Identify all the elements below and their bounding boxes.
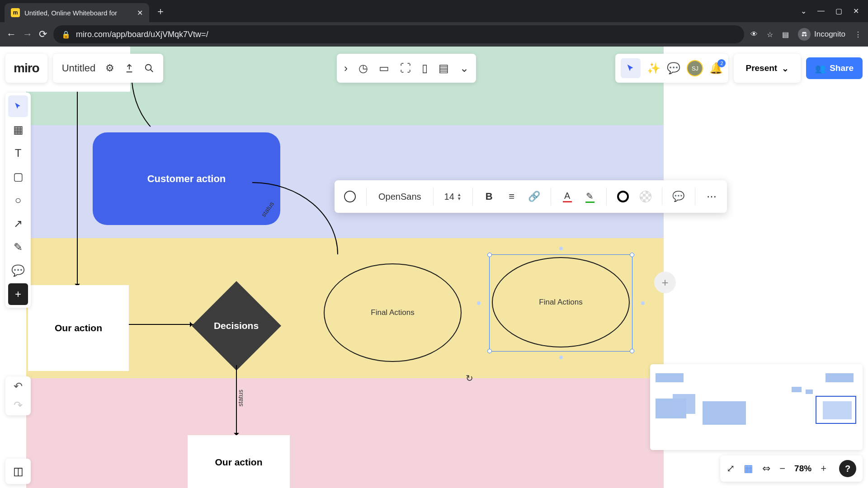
tab-title: Untitled, Online Whiteboard for <box>24 9 132 17</box>
connector-arrow[interactable] <box>77 92 78 288</box>
undo-icon[interactable]: ↶ <box>14 380 23 393</box>
incognito-label: Incognito <box>814 30 845 39</box>
minimize-icon[interactable]: ― <box>817 7 825 15</box>
maximize-icon[interactable]: ▢ <box>835 7 842 15</box>
voting-icon[interactable]: ▯ <box>422 62 428 75</box>
present-dropdown[interactable]: Present ⌄ <box>734 54 801 83</box>
highlight-button[interactable]: ✎ <box>581 187 599 206</box>
edge-handle[interactable] <box>477 301 481 305</box>
comment-icon[interactable]: 💬 <box>667 62 680 75</box>
edge-handle[interactable] <box>559 247 563 250</box>
close-window-icon[interactable]: ✕ <box>853 7 859 15</box>
select-tool[interactable] <box>8 95 28 117</box>
fit-icon[interactable]: ⇔ <box>762 463 770 474</box>
present-label: Present <box>745 63 777 73</box>
font-size-value: 14 <box>444 192 454 202</box>
templates-tool[interactable]: ▦ <box>8 119 28 141</box>
board-title[interactable]: Untitled <box>62 62 96 74</box>
swimlane[interactable] <box>26 378 664 488</box>
rotate-handle-icon[interactable]: ↻ <box>466 373 473 384</box>
minimap[interactable] <box>650 364 863 450</box>
connector-tool[interactable]: ↗ <box>8 213 28 235</box>
timer-icon[interactable]: ◷ <box>359 62 368 75</box>
browser-tab[interactable]: m Untitled, Online Whiteboard for ✕ <box>5 3 149 22</box>
frames-panel-button[interactable]: ◫ <box>5 459 31 484</box>
chevron-down-icon: ⌄ <box>782 63 789 74</box>
svg-point-0 <box>802 34 804 37</box>
font-family-dropdown[interactable]: OpenSans <box>374 187 426 206</box>
connector-label[interactable]: status <box>237 389 244 406</box>
settings-icon[interactable]: ⚙ <box>105 62 114 74</box>
font-size-stepper[interactable]: ▲▼ <box>457 192 462 201</box>
sticky-note-tool[interactable]: ▢ <box>8 166 28 188</box>
share-button[interactable]: 👥 Share <box>806 57 863 79</box>
eye-off-icon[interactable]: 👁 <box>750 30 758 38</box>
reading-list-icon[interactable]: ▤ <box>782 30 789 39</box>
miro-favicon: m <box>11 8 20 17</box>
focus-icon[interactable]: ⛶ <box>400 62 411 75</box>
search-icon[interactable] <box>144 63 154 73</box>
add-comment-button[interactable]: 💬 <box>670 187 688 206</box>
shape-context-toolbar: OpenSans 14 ▲▼ B ≡ 🔗 A ✎ 💬 ⋯ <box>335 180 727 213</box>
resize-handle[interactable] <box>630 349 634 353</box>
forward-icon[interactable]: → <box>23 28 33 40</box>
svg-point-2 <box>146 65 151 70</box>
final-actions-shape[interactable]: Final Actions <box>324 263 462 362</box>
reactions-icon[interactable]: ✨ <box>647 62 660 75</box>
fullscreen-icon[interactable]: ⤢ <box>726 463 735 474</box>
edge-handle[interactable] <box>641 301 645 305</box>
edge-handle[interactable] <box>559 356 563 359</box>
resize-handle[interactable] <box>487 253 492 257</box>
miro-app: Customer action status Our action Decisi… <box>0 47 868 488</box>
chevron-down-icon[interactable]: ⌄ <box>801 7 807 15</box>
connector-arrow[interactable] <box>129 324 194 325</box>
text-color-button[interactable]: A <box>558 187 576 206</box>
link-button[interactable]: 🔗 <box>525 187 543 206</box>
presentation-icon[interactable]: ▭ <box>379 62 389 75</box>
kebab-menu-icon[interactable]: ⋮ <box>854 30 862 39</box>
more-icon[interactable]: ⌄ <box>460 62 469 75</box>
our-action-shape[interactable]: Our action <box>188 435 290 488</box>
text-tool[interactable]: T <box>8 142 28 164</box>
select-tool-button[interactable] <box>621 58 641 78</box>
user-avatar[interactable]: SJ <box>687 60 703 76</box>
incognito-indicator[interactable]: Incognito <box>798 28 845 41</box>
zoom-percent[interactable]: 78% <box>794 464 811 474</box>
our-action-shape[interactable]: Our action <box>28 285 129 371</box>
notifications-icon[interactable]: 🔔 2 <box>709 62 723 75</box>
zoom-controls: ⤢ ▦ ⇔ − 78% + ? <box>720 455 863 482</box>
resize-handle[interactable] <box>630 253 634 257</box>
more-options-button[interactable]: ⋯ <box>703 187 721 206</box>
border-color-button[interactable] <box>614 187 632 206</box>
export-icon[interactable] <box>124 63 134 73</box>
url-input[interactable]: 🔒 miro.com/app/board/uXjVMqk7Vtw=/ <box>53 25 744 43</box>
align-button[interactable]: ≡ <box>503 187 521 206</box>
shape-type-button[interactable] <box>341 187 359 206</box>
miro-logo[interactable]: miro <box>5 54 47 83</box>
back-icon[interactable]: ← <box>6 28 16 40</box>
notes-icon[interactable]: ▤ <box>439 62 449 75</box>
zoom-out-icon[interactable]: − <box>779 463 785 474</box>
resize-handle[interactable] <box>487 349 492 353</box>
window-controls: ⌄ ― ▢ ✕ <box>801 7 868 15</box>
comment-tool[interactable]: 💬 <box>8 260 28 282</box>
new-tab-button[interactable]: ＋ <box>156 5 165 18</box>
reload-icon[interactable]: ⟳ <box>39 28 47 40</box>
shape-label: Decisions <box>214 320 259 331</box>
font-size-input[interactable]: 14 ▲▼ <box>441 187 465 206</box>
fill-color-button[interactable] <box>637 187 655 206</box>
decisions-shape[interactable]: Decisions <box>192 282 280 370</box>
bold-button[interactable]: B <box>480 187 498 206</box>
pen-tool[interactable]: ✎ <box>8 236 28 258</box>
incognito-icon <box>798 28 811 41</box>
shape-tool[interactable]: ○ <box>8 189 28 211</box>
minimap-toggle-icon[interactable]: ▦ <box>744 463 753 474</box>
redo-icon[interactable]: ↷ <box>14 399 23 412</box>
zoom-in-icon[interactable]: + <box>821 463 826 474</box>
add-more-tool[interactable]: + <box>8 283 28 305</box>
close-tab-icon[interactable]: ✕ <box>137 9 143 17</box>
chevron-right-icon[interactable]: › <box>344 62 348 75</box>
bookmark-icon[interactable]: ☆ <box>767 30 773 39</box>
add-connected-shape-button[interactable]: + <box>654 272 676 293</box>
help-button[interactable]: ? <box>839 460 856 477</box>
